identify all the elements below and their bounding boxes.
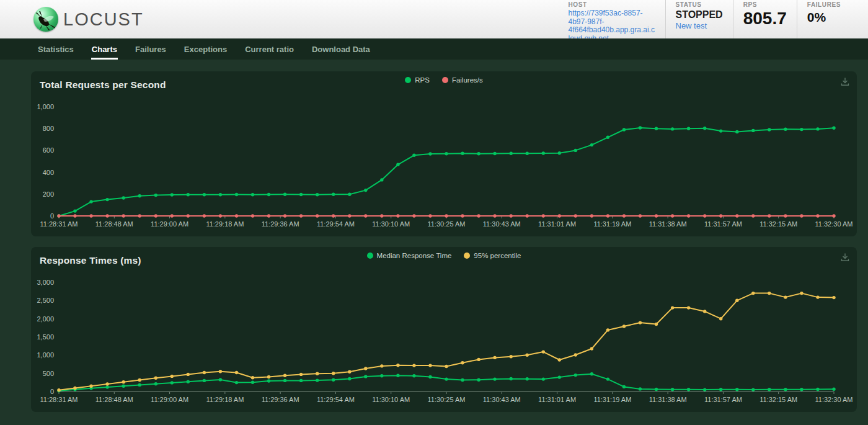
data-point	[687, 306, 690, 309]
data-point	[574, 214, 577, 217]
tab-exceptions[interactable]: Exceptions	[184, 40, 228, 60]
data-point	[235, 371, 238, 374]
tab-charts[interactable]: Charts	[91, 40, 118, 60]
data-point	[622, 214, 626, 217]
data-point	[235, 193, 238, 196]
x-tick-label: 11:31:01 AM	[538, 220, 576, 228]
data-point	[332, 372, 335, 375]
data-point	[816, 388, 819, 391]
data-point	[574, 353, 577, 356]
data-point	[558, 375, 561, 378]
data-point	[800, 388, 803, 391]
tab-current-ratio[interactable]: Current ratio	[244, 40, 294, 60]
data-point	[428, 152, 432, 155]
tab-statistics[interactable]: Statistics	[37, 40, 74, 60]
data-point	[719, 317, 722, 320]
download-chart-icon[interactable]	[839, 76, 851, 87]
data-point	[105, 198, 108, 201]
data-point	[622, 324, 626, 328]
x-tick-label: 11:29:18 AM	[206, 220, 244, 228]
data-point	[735, 299, 738, 302]
data-point	[219, 370, 222, 373]
data-point	[364, 189, 367, 192]
data-point	[558, 151, 561, 154]
data-point	[267, 379, 270, 382]
data-point	[639, 321, 642, 324]
data-point	[816, 214, 819, 217]
data-point	[558, 214, 561, 217]
data-point	[703, 388, 706, 391]
host-url-link[interactable]: https://739f53ac-8857-4b97-987f-4f664fba…	[569, 9, 655, 43]
x-tick-label: 11:31:38 AM	[649, 396, 687, 403]
x-tick-label: 11:29:00 AM	[151, 396, 188, 403]
data-point	[316, 193, 319, 196]
data-point	[703, 127, 706, 130]
data-point	[719, 214, 722, 217]
y-tick-label: 1,000	[37, 351, 54, 359]
data-point	[122, 214, 125, 217]
data-point	[428, 375, 432, 378]
data-point	[396, 364, 399, 367]
data-point	[283, 193, 286, 196]
data-point	[735, 214, 738, 217]
rps-chart-plot[interactable]: 11:28:31 AM11:28:48 AM11:29:00 AM11:29:1…	[31, 71, 857, 236]
data-point	[735, 130, 738, 133]
response-times-chart-plot[interactable]: 11:28:31 AM11:28:48 AM11:29:00 AM11:29:1…	[31, 247, 857, 412]
data-point	[477, 358, 480, 361]
chart-card-total-rps: 11:28:31 AM11:28:48 AM11:29:00 AM11:29:1…	[31, 71, 857, 236]
data-point	[751, 388, 755, 391]
data-point	[606, 214, 609, 217]
x-tick-label: 11:30:43 AM	[483, 396, 521, 403]
data-point	[832, 127, 835, 130]
data-point	[542, 377, 545, 380]
x-tick-label: 11:29:36 AM	[262, 220, 299, 228]
data-point	[558, 358, 561, 361]
chart-card-response-times: 11:28:31 AM11:28:48 AM11:29:00 AM11:29:1…	[31, 247, 857, 412]
data-point	[477, 152, 480, 155]
x-tick-label: 11:30:25 AM	[428, 396, 466, 403]
data-point	[235, 381, 238, 384]
host-label: HOST	[569, 1, 655, 8]
data-point	[639, 387, 642, 390]
data-point	[477, 378, 480, 382]
data-point	[800, 292, 803, 295]
data-point	[170, 381, 174, 384]
data-point	[574, 149, 577, 152]
brand[interactable]: LOCUST	[33, 7, 144, 32]
tab-download-data[interactable]: Download Data	[311, 40, 371, 60]
data-point	[219, 378, 222, 381]
data-point	[445, 377, 448, 380]
data-point	[445, 214, 448, 217]
data-point	[671, 306, 674, 309]
data-point	[510, 355, 513, 358]
new-test-link[interactable]: New test	[676, 20, 723, 31]
data-point	[89, 385, 92, 388]
y-tick-label: 1,000	[37, 103, 54, 110]
data-point	[332, 378, 335, 382]
status-label: STATUS	[676, 1, 723, 8]
y-tick-label: 500	[43, 370, 54, 377]
data-point	[493, 356, 496, 359]
data-point	[154, 382, 157, 385]
data-point	[719, 388, 722, 391]
x-tick-label: 11:31:19 AM	[593, 220, 631, 228]
download-chart-icon[interactable]	[839, 252, 851, 263]
data-point	[283, 214, 286, 217]
data-point	[510, 214, 513, 217]
data-point	[428, 214, 432, 217]
data-point	[251, 376, 254, 379]
data-point	[655, 388, 658, 391]
data-point	[445, 152, 448, 155]
nav-tabs: StatisticsChartsFailuresExceptionsCurren…	[0, 38, 868, 60]
data-point	[687, 214, 690, 217]
data-point	[735, 388, 738, 391]
data-point	[348, 377, 351, 380]
tab-failures[interactable]: Failures	[135, 40, 167, 60]
data-point	[832, 296, 835, 299]
data-point	[412, 154, 415, 157]
data-point	[510, 152, 513, 155]
rps-label: RPS	[743, 1, 787, 8]
data-point	[187, 380, 190, 383]
x-tick-label: 11:31:19 AM	[593, 396, 631, 403]
data-point	[768, 292, 771, 295]
